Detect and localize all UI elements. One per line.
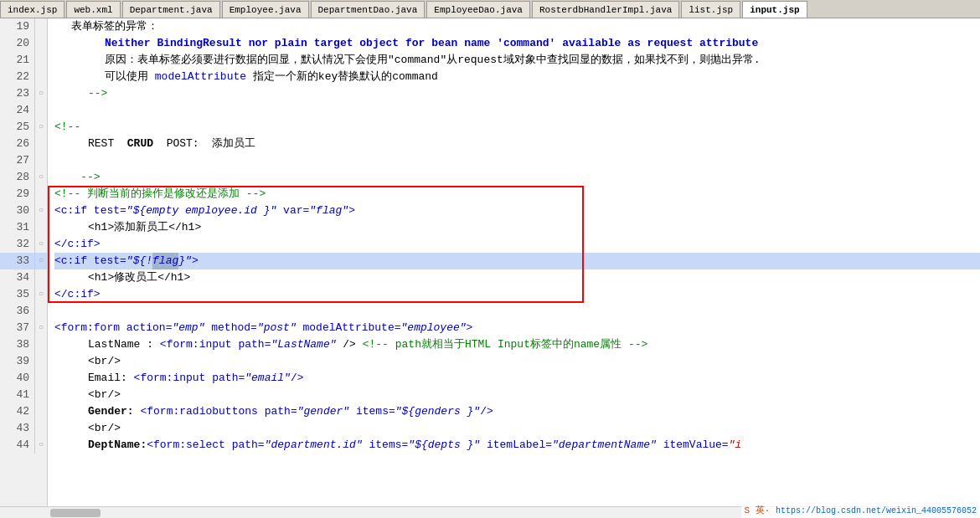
line-num-40: 40 [0, 370, 35, 387]
line-num-42: 42 [0, 403, 35, 420]
tab-bar: index.jsp web.xml Department.java Employ… [0, 0, 980, 18]
tab-inputjsp[interactable]: input.jsp [742, 1, 807, 18]
code-line-43: <br/> [54, 420, 980, 437]
fold-27[interactable] [35, 152, 47, 169]
code-line-31: <h1>添加新员工</h1> [54, 219, 980, 236]
line-num-30: 30 [0, 203, 35, 219]
code-line-38: LastName : <form:input path="LastName" /… [54, 336, 980, 353]
fold-25[interactable]: ○ [35, 119, 47, 136]
fold-44[interactable]: ○ [35, 437, 47, 454]
tab-employeedaojava[interactable]: EmployeeDao.java [426, 1, 530, 18]
gutter: 19 20 21 22 23 ○ 24 [0, 18, 48, 506]
fold-34[interactable] [35, 269, 47, 286]
line-num-41: 41 [0, 387, 35, 403]
line-num-21: 21 [0, 52, 35, 69]
code-line-35: </c:if> [54, 286, 980, 303]
line-num-44: 44 [0, 437, 35, 454]
code-line-25: <!-- [54, 119, 980, 136]
code-line-29: <!-- 判断当前的操作是修改还是添加 --> [54, 186, 980, 203]
line-num-24: 24 [0, 102, 35, 119]
fold-23[interactable]: ○ [35, 85, 47, 102]
fold-37[interactable]: ○ [35, 320, 47, 336]
line-num-36: 36 [0, 303, 35, 320]
line-num-31: 31 [0, 219, 35, 236]
line-num-37: 37 [0, 320, 35, 336]
line-num-25: 25 [0, 119, 35, 136]
line-num-28: 28 [0, 169, 35, 186]
fold-28[interactable]: ○ [35, 169, 47, 186]
fold-30[interactable]: ○ [35, 203, 47, 219]
tab-listjsp[interactable]: list.jsp [681, 1, 740, 18]
scrollbar-thumb[interactable] [50, 509, 101, 517]
fold-24[interactable] [35, 102, 47, 119]
line-num-29: 29 [0, 186, 35, 203]
tab-employeejava[interactable]: Employee.java [222, 1, 309, 18]
line-num-22: 22 [0, 69, 35, 85]
code-line-20: Neither BindingResult nor plain target o… [54, 35, 980, 52]
code-line-30: <c:if test="${empty employee.id }" var="… [54, 203, 980, 219]
fold-22[interactable] [35, 69, 47, 85]
code-line-24 [54, 102, 980, 119]
tab-departmentdaojava[interactable]: DepartmentDao.java [311, 1, 426, 18]
fold-36[interactable] [35, 303, 47, 320]
code-line-28: --> [54, 169, 980, 186]
code-line-44: DeptName: <form:select path="department.… [54, 437, 980, 454]
code-line-32: </c:if> [54, 236, 980, 253]
code-line-37: <form:form action="emp" method="post" mo… [54, 320, 980, 336]
code-line-40: Email: <form:input path="email" /> [54, 370, 980, 387]
code-line-39: <br/> [54, 353, 980, 370]
fold-21[interactable] [35, 52, 47, 69]
editor-container: index.jsp web.xml Department.java Employ… [0, 0, 980, 518]
fold-40[interactable] [35, 370, 47, 387]
code-line-33: <c:if test="${!flag}" > [54, 253, 980, 269]
code-line-27 [54, 152, 980, 169]
code-line-36 [54, 303, 980, 320]
line-num-33: 33 [0, 253, 35, 269]
tab-departmentjava[interactable]: Department.java [122, 1, 220, 18]
fold-32[interactable]: ○ [35, 236, 47, 253]
code-line-42: Gender: <form:radiobuttons path="gender"… [54, 403, 980, 420]
fold-43[interactable] [35, 420, 47, 437]
line-num-19: 19 [0, 18, 35, 35]
fold-33[interactable]: ○ [35, 253, 47, 269]
tab-rosterdbhandler[interactable]: RosterdbHandlerImpl.java [532, 1, 679, 18]
code-line-22: 可以使用 modelAttribute 指定一个新的key替换默认的comman… [54, 69, 980, 85]
code-line-34: <h1>修改员工</h1> [54, 269, 980, 286]
line-num-34: 34 [0, 269, 35, 286]
code-line-41: <br/> [54, 387, 980, 403]
line-num-23: 23 [0, 85, 35, 102]
tab-webxml[interactable]: web.xml [66, 1, 120, 18]
fold-42[interactable] [35, 403, 47, 420]
line-num-20: 20 [0, 35, 35, 52]
code-line-23: --> [54, 85, 980, 102]
watermark: S 英· https://blog.csdn.net/weixin_440055… [741, 502, 980, 518]
tab-indexjsp[interactable]: index.jsp [0, 1, 64, 18]
line-num-39: 39 [0, 353, 35, 370]
fold-26[interactable] [35, 136, 47, 152]
fold-39[interactable] [35, 353, 47, 370]
code-area: 19 20 21 22 23 ○ 24 [0, 18, 980, 506]
line-num-26: 26 [0, 136, 35, 152]
line-num-35: 35 [0, 286, 35, 303]
fold-19[interactable] [35, 18, 47, 35]
fold-29[interactable] [35, 186, 47, 203]
fold-20[interactable] [35, 35, 47, 52]
line-num-43: 43 [0, 420, 35, 437]
fold-38[interactable] [35, 336, 47, 353]
line-num-32: 32 [0, 236, 35, 253]
code-line-21: 原因：表单标签必须要进行数据的回显，默认情况下会使用"command"从requ… [54, 52, 980, 69]
line-num-27: 27 [0, 152, 35, 169]
code-line-26: REST CRUD POST: 添加员工 [54, 136, 980, 152]
code-line-19: 表单标签的异常： [54, 18, 980, 35]
fold-31[interactable] [35, 219, 47, 236]
fold-41[interactable] [35, 387, 47, 403]
code-lines: 表单标签的异常： Neither BindingResult nor plain… [48, 18, 980, 506]
line-num-38: 38 [0, 336, 35, 353]
fold-35[interactable]: ○ [35, 286, 47, 303]
